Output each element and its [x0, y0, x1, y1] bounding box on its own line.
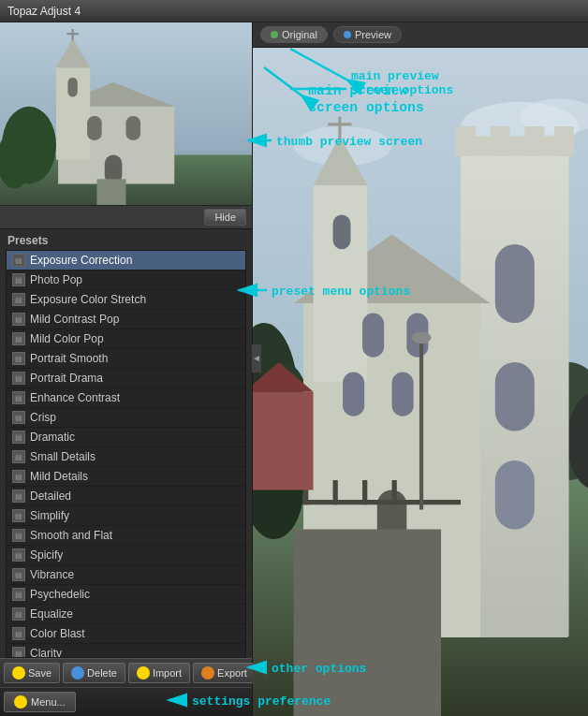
- preview-dot: [344, 31, 351, 38]
- delete-icon: [71, 666, 84, 679]
- preset-item[interactable]: ▤Mild Details: [7, 467, 245, 487]
- preset-label: Mild Details: [30, 470, 88, 483]
- preset-label: Dramatic: [30, 431, 75, 444]
- preset-icon: ▤: [12, 548, 25, 562]
- preset-item[interactable]: ▤Small Details: [7, 447, 245, 467]
- svg-rect-48: [333, 480, 338, 504]
- hide-bar: Hide: [0, 205, 252, 229]
- preset-item[interactable]: ▤Dramatic: [7, 428, 245, 447]
- preset-label: Simplify: [30, 509, 69, 522]
- svg-rect-27: [456, 126, 476, 156]
- preview-image: [253, 48, 588, 716]
- tab-preview[interactable]: Preview: [333, 26, 402, 43]
- preset-label: Exposure Correction: [30, 254, 132, 267]
- preset-icon: ▤: [12, 293, 25, 306]
- preset-icon: ▤: [12, 431, 25, 444]
- export-button[interactable]: Export: [193, 663, 256, 683]
- preset-label: Smooth and Flat: [30, 529, 112, 542]
- presets-list[interactable]: ▤Exposure Correction▤Photo Pop▤Exposure …: [6, 250, 246, 658]
- presets-container: ▤Exposure Correction▤Photo Pop▤Exposure …: [0, 250, 252, 658]
- preset-item[interactable]: ▤Enhance Contrast: [7, 388, 245, 408]
- svg-rect-10: [67, 78, 77, 97]
- preview-area: main preview screen options: [253, 48, 588, 716]
- svg-rect-29: [524, 126, 544, 156]
- preview-label: Preview: [355, 29, 391, 40]
- preset-item[interactable]: ▤Smooth and Flat: [7, 526, 245, 546]
- svg-rect-32: [495, 362, 535, 431]
- original-dot: [271, 31, 278, 38]
- svg-rect-43: [343, 373, 364, 416]
- menu-label: Menu...: [31, 696, 66, 708]
- preset-icon: ▤: [12, 372, 25, 385]
- preset-item[interactable]: ▤Equalize: [7, 605, 245, 624]
- preset-label: Mild Contrast Pop: [30, 313, 119, 326]
- preset-item[interactable]: ▤Mild Contrast Pop: [7, 310, 245, 329]
- preset-item[interactable]: ▤Psychedelic: [7, 585, 245, 605]
- svg-rect-14: [96, 179, 125, 205]
- preset-item[interactable]: ▤Spicify: [7, 546, 245, 565]
- preset-icon: ▤: [12, 313, 25, 326]
- bottom-toolbar: Save Delete Import Export: [0, 658, 252, 687]
- preset-icon: ▤: [12, 450, 25, 463]
- preset-icon: ▤: [12, 391, 25, 404]
- preset-item[interactable]: ▤Portrait Drama: [7, 369, 245, 388]
- preview-tabs: Original Preview: [253, 22, 588, 48]
- preset-label: Exposure Color Stretch: [30, 293, 146, 306]
- svg-point-52: [412, 331, 432, 343]
- svg-rect-41: [362, 314, 384, 358]
- preset-item[interactable]: ▤Clarity: [7, 644, 245, 658]
- preset-item[interactable]: ▤Exposure Correction: [7, 251, 245, 270]
- left-panel: Hide Presets ▤Exposure Correction▤Photo …: [0, 22, 253, 716]
- main-layout: Hide Presets ▤Exposure Correction▤Photo …: [0, 22, 588, 716]
- menu-button[interactable]: Menu...: [4, 692, 76, 712]
- preset-item[interactable]: ▤Color Blast: [7, 624, 245, 644]
- svg-rect-30: [554, 126, 574, 156]
- collapse-icon: ◄: [252, 353, 261, 363]
- preset-item[interactable]: ▤Crisp: [7, 408, 245, 428]
- svg-rect-55: [253, 392, 314, 490]
- preset-item[interactable]: ▤Mild Color Pop: [7, 329, 245, 349]
- menu-icon: [14, 695, 27, 709]
- preset-label: Photo Pop: [30, 273, 82, 286]
- preset-item[interactable]: ▤Photo Pop: [7, 270, 245, 290]
- preset-icon: ▤: [12, 568, 25, 581]
- presets-label: Presets: [0, 229, 252, 250]
- svg-rect-50: [392, 480, 397, 504]
- svg-rect-12: [126, 116, 141, 140]
- title-bar: Topaz Adjust 4: [0, 0, 588, 22]
- preset-item[interactable]: ▤Exposure Color Stretch: [7, 290, 245, 310]
- export-label: Export: [217, 667, 247, 679]
- preset-item[interactable]: ▤Portrait Smooth: [7, 349, 245, 369]
- preset-label: Portrait Drama: [30, 372, 103, 385]
- svg-rect-28: [491, 126, 510, 156]
- preset-label: Detailed: [30, 490, 71, 503]
- collapse-arrow[interactable]: ◄: [252, 344, 261, 373]
- tab-original[interactable]: Original: [260, 26, 328, 43]
- delete-button[interactable]: Delete: [63, 663, 125, 683]
- preset-icon: ▤: [12, 254, 25, 267]
- import-button[interactable]: Import: [128, 663, 190, 683]
- thumb-image: [0, 22, 252, 205]
- import-icon: [137, 666, 150, 679]
- svg-rect-36: [314, 185, 368, 382]
- svg-rect-33: [495, 460, 535, 530]
- preset-icon: ▤: [12, 490, 25, 503]
- preset-icon: ▤: [12, 588, 25, 601]
- preset-item[interactable]: ▤Vibrance: [7, 565, 245, 585]
- thumb-area: [0, 22, 252, 205]
- preset-label: Equalize: [30, 607, 73, 621]
- preset-label: Enhance Contrast: [30, 391, 120, 404]
- preset-icon: ▤: [12, 647, 25, 658]
- save-icon: [12, 666, 25, 679]
- hide-button[interactable]: Hide: [204, 209, 246, 226]
- preset-icon: ▤: [12, 470, 25, 483]
- svg-rect-44: [392, 373, 414, 416]
- import-label: Import: [153, 667, 182, 679]
- menu-bar: Menu...: [0, 687, 252, 716]
- preset-item[interactable]: ▤Simplify: [7, 506, 245, 526]
- preset-icon: ▤: [12, 509, 25, 522]
- preset-icon: ▤: [12, 332, 25, 345]
- preset-item[interactable]: ▤Detailed: [7, 487, 245, 506]
- save-label: Save: [28, 667, 51, 679]
- save-button[interactable]: Save: [4, 663, 60, 683]
